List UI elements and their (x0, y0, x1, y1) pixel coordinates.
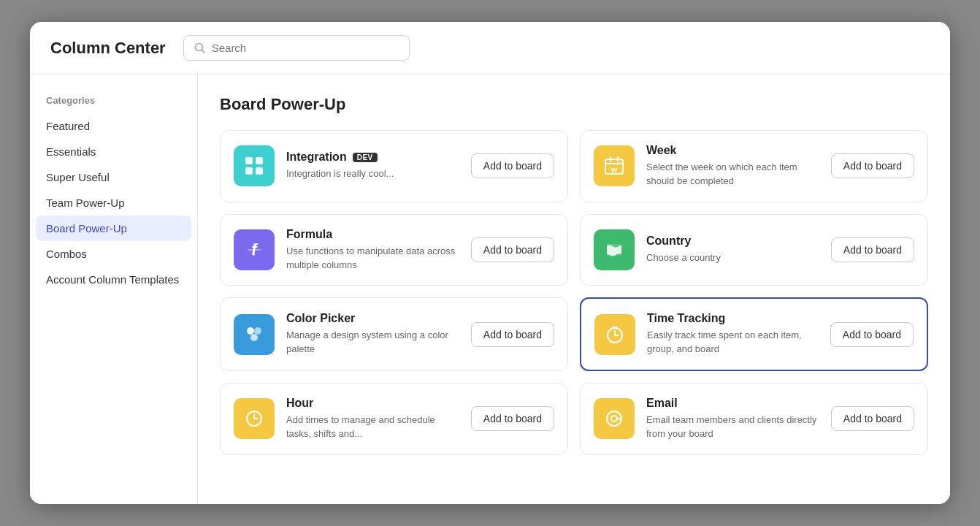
card-icon-time-tracking (594, 314, 635, 355)
search-bar[interactable] (183, 35, 410, 61)
card-name-week: Week (646, 144, 677, 157)
card-email: EmailEmail team members and clients dire… (580, 383, 928, 455)
svg-line-1 (202, 50, 204, 53)
search-input[interactable] (212, 42, 399, 54)
svg-text:W: W (611, 167, 618, 174)
card-title-row-week: Week (646, 144, 819, 157)
card-info-week: WeekSelect the week on which each item s… (646, 144, 819, 188)
sidebar-item-super-useful[interactable]: Super Useful (30, 164, 197, 190)
card-desc-hour: Add times to manage and schedule tasks, … (286, 413, 459, 441)
card-formula: f FormulaUse functions to manipulate dat… (220, 214, 568, 286)
svg-point-17 (250, 334, 258, 341)
svg-point-16 (254, 327, 261, 335)
add-to-board-button-color-picker[interactable]: Add to board (471, 322, 554, 347)
add-to-board-button-week[interactable]: Add to board (831, 153, 914, 178)
sidebar-categories-label: Categories (30, 95, 197, 113)
card-title-row-email: Email (646, 397, 819, 410)
card-name-time-tracking: Time Tracking (647, 312, 725, 325)
add-to-board-button-email[interactable]: Add to board (831, 406, 914, 431)
sidebar-item-essentials[interactable]: Essentials (30, 139, 197, 164)
card-hour: HourAdd times to manage and schedule tas… (220, 383, 568, 455)
sidebar-item-combos[interactable]: Combos (30, 241, 197, 267)
card-name-email: Email (646, 397, 678, 410)
card-desc-week: Select the week on which each item shoul… (646, 161, 819, 188)
section-title: Board Power-Up (220, 95, 928, 114)
svg-rect-5 (256, 167, 263, 175)
svg-point-27 (611, 416, 617, 422)
card-desc-integration: Integration is really cool... (286, 167, 459, 181)
card-title-row-integration: IntegrationDEV (286, 150, 459, 164)
card-info-hour: HourAdd times to manage and schedule tas… (286, 397, 459, 441)
svg-point-15 (247, 327, 254, 335)
add-to-board-button-hour[interactable]: Add to board (471, 406, 554, 431)
add-to-board-button-time-tracking[interactable]: Add to board (830, 322, 914, 347)
card-name-integration: Integration (286, 150, 347, 164)
sidebar: Categories FeaturedEssentialsSuper Usefu… (30, 75, 198, 504)
svg-rect-4 (245, 167, 253, 175)
card-desc-formula: Use functions to manipulate data across … (286, 245, 459, 272)
card-color-picker: Color PickerManage a design system using… (220, 297, 568, 371)
card-integration: IntegrationDEVIntegration is really cool… (220, 130, 568, 202)
svg-rect-2 (245, 157, 253, 164)
header: Column Center (30, 22, 950, 75)
sidebar-item-board-power-up[interactable]: Board Power-Up (36, 216, 191, 241)
card-country: CountryChoose a countryAdd to board (580, 214, 928, 286)
card-info-formula: FormulaUse functions to manipulate data … (286, 228, 459, 272)
card-desc-email: Email team members and clients directly … (646, 413, 819, 441)
card-info-time-tracking: Time TrackingEasily track time spent on … (647, 312, 819, 357)
card-title-row-color-picker: Color Picker (286, 312, 459, 325)
card-desc-time-tracking: Easily track time spent on each item, gr… (647, 329, 819, 357)
svg-rect-3 (256, 157, 263, 164)
card-badge-integration: DEV (353, 153, 378, 162)
card-title-row-time-tracking: Time Tracking (647, 312, 819, 325)
card-name-color-picker: Color Picker (286, 312, 355, 325)
card-icon-email (594, 398, 635, 439)
card-icon-week: W (594, 145, 635, 186)
card-info-color-picker: Color PickerManage a design system using… (286, 312, 459, 357)
card-icon-hour (234, 398, 275, 439)
card-title-row-hour: Hour (286, 397, 459, 410)
search-icon (194, 42, 206, 54)
card-desc-color-picker: Manage a design system using a color pal… (286, 329, 459, 357)
sidebar-item-team-power-up[interactable]: Team Power-Up (30, 190, 197, 216)
card-time-tracking: Time TrackingEasily track time spent on … (580, 297, 928, 371)
card-info-integration: IntegrationDEVIntegration is really cool… (286, 150, 459, 181)
add-to-board-button-formula[interactable]: Add to board (471, 237, 554, 262)
card-icon-country (594, 229, 635, 270)
card-icon-formula: f (234, 229, 275, 270)
card-info-email: EmailEmail team members and clients dire… (646, 397, 819, 441)
card-title-row-formula: Formula (286, 228, 459, 241)
card-name-formula: Formula (286, 228, 332, 241)
app-title: Column Center (50, 39, 166, 58)
card-icon-color-picker (234, 314, 275, 355)
card-name-hour: Hour (286, 397, 313, 410)
card-desc-country: Choose a country (646, 251, 819, 265)
sidebar-item-featured[interactable]: Featured (30, 113, 197, 139)
body: Categories FeaturedEssentialsSuper Usefu… (30, 75, 950, 504)
main-content: Board Power-Up IntegrationDEVIntegration… (198, 75, 950, 504)
sidebar-item-account-column-templates[interactable]: Account Column Templates (30, 267, 197, 292)
card-title-row-country: Country (646, 235, 819, 248)
add-to-board-button-country[interactable]: Add to board (831, 237, 914, 262)
card-info-country: CountryChoose a country (646, 235, 819, 265)
app-window: Column Center Categories FeaturedEssenti… (30, 22, 950, 504)
card-icon-integration (234, 145, 275, 186)
add-to-board-button-integration[interactable]: Add to board (471, 153, 554, 178)
cards-grid: IntegrationDEVIntegration is really cool… (220, 130, 928, 455)
card-name-country: Country (646, 235, 691, 248)
card-week: W WeekSelect the week on which each item… (580, 130, 928, 202)
